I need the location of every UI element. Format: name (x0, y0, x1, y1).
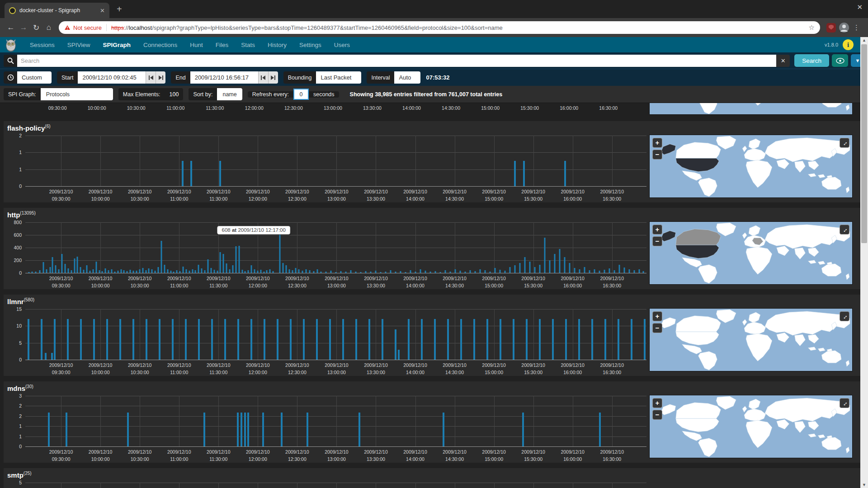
histogram-bar[interactable] (434, 271, 436, 273)
histogram-bar[interactable] (421, 319, 423, 360)
histogram-bar[interactable] (554, 254, 555, 273)
histogram-bar[interactable] (425, 271, 426, 273)
histogram-bar[interactable] (266, 270, 268, 273)
histogram-bar[interactable] (295, 268, 296, 273)
histogram-bar[interactable] (71, 270, 72, 273)
histogram-bar[interactable] (51, 353, 53, 360)
nav-item-stats[interactable]: Stats (241, 42, 255, 48)
world-map[interactable] (650, 222, 852, 284)
partial-map[interactable] (649, 103, 853, 115)
histogram-bar[interactable] (198, 319, 200, 360)
histogram-bar[interactable] (400, 271, 401, 273)
histogram-bar[interactable] (368, 319, 370, 360)
scrollbar-thumb[interactable] (861, 44, 867, 243)
map-zoom-in-icon[interactable]: + (652, 398, 662, 408)
histogram-bar[interactable] (257, 271, 258, 273)
nav-item-spiview[interactable]: SPIView (67, 42, 90, 48)
histogram-bar[interactable] (189, 271, 190, 273)
histogram-bar[interactable] (213, 270, 215, 273)
histogram-bar[interactable] (35, 272, 37, 273)
histogram-bar[interactable] (248, 270, 249, 273)
histogram-bar[interactable] (173, 272, 175, 273)
histogram-bar[interactable] (133, 271, 134, 273)
histogram-bar[interactable] (80, 267, 81, 273)
histogram-bar[interactable] (114, 272, 115, 273)
histogram-bar[interactable] (67, 268, 69, 273)
map-zoom-out-icon[interactable]: − (652, 410, 662, 420)
histogram-bar[interactable] (145, 270, 146, 273)
histogram-bar[interactable] (229, 269, 231, 273)
histogram-bar[interactable] (198, 265, 199, 273)
nav-item-history[interactable]: History (268, 42, 287, 48)
histogram-bar[interactable] (594, 269, 595, 273)
histogram-bar[interactable] (48, 413, 50, 446)
histogram-bar[interactable] (380, 272, 381, 273)
moloch-owl-logo[interactable] (4, 38, 18, 52)
map-expand-icon[interactable]: ↔ (840, 398, 849, 408)
histogram-bar[interactable] (108, 270, 109, 273)
histogram-bar[interactable] (643, 271, 644, 273)
histogram-bar[interactable] (359, 413, 360, 446)
histogram-bar[interactable] (159, 319, 160, 360)
sort-by-select[interactable]: name (217, 88, 242, 100)
map-zoom-out-icon[interactable]: − (652, 236, 662, 246)
histogram-bar[interactable] (164, 265, 165, 273)
histogram-bar[interactable] (167, 269, 168, 273)
histogram-bar[interactable] (277, 319, 278, 360)
bookmark-star-icon[interactable]: ☆ (805, 23, 815, 32)
histogram-bar[interactable] (574, 268, 575, 273)
histogram-bar[interactable] (281, 413, 283, 446)
nav-item-files[interactable]: Files (216, 42, 229, 48)
histogram-bar[interactable] (67, 319, 69, 360)
histogram-bar[interactable] (330, 271, 332, 273)
histogram-bar[interactable] (290, 319, 292, 360)
histogram-bar[interactable] (286, 265, 287, 273)
map-zoom-in-icon[interactable]: + (652, 225, 662, 235)
map-zoom-out-icon[interactable]: − (652, 150, 662, 160)
histogram-bar[interactable] (42, 262, 44, 273)
histogram-bar[interactable] (127, 413, 129, 446)
histogram-bar[interactable] (279, 235, 281, 273)
histogram-bar[interactable] (633, 270, 635, 273)
map-zoom-out-icon[interactable]: − (652, 323, 662, 333)
histogram-bar[interactable] (46, 269, 47, 273)
histogram-bar[interactable] (410, 270, 411, 273)
histogram-bar[interactable] (395, 272, 396, 273)
histogram-bar[interactable] (237, 413, 239, 446)
histogram-bar[interactable] (434, 319, 436, 360)
map-panel[interactable]: + − ↔ (649, 135, 853, 198)
nav-item-settings[interactable]: Settings (299, 42, 321, 48)
histogram-bar[interactable] (106, 319, 108, 360)
histogram-bar[interactable] (92, 269, 94, 273)
histogram-bar[interactable] (247, 413, 249, 446)
histogram-bar[interactable] (313, 271, 314, 273)
browser-tab[interactable]: docker-cluster - Spigraph ✕ (5, 3, 109, 18)
histogram-bar[interactable] (473, 319, 475, 360)
histogram-bar[interactable] (631, 319, 632, 360)
histogram-bar[interactable] (32, 272, 33, 273)
histogram-bar[interactable] (132, 319, 134, 360)
histogram-bar[interactable] (303, 319, 305, 360)
extension-icon[interactable] (826, 23, 836, 33)
histogram-bar[interactable] (500, 319, 501, 360)
step-back-icon[interactable] (146, 71, 156, 84)
nav-item-users[interactable]: Users (334, 42, 350, 48)
histogram-bar[interactable] (105, 268, 106, 273)
histogram-bar[interactable] (210, 268, 212, 273)
histogram-bar[interactable] (644, 319, 646, 360)
histogram-bar[interactable] (89, 271, 90, 273)
histogram-bar[interactable] (309, 270, 311, 273)
map-expand-icon[interactable]: ↔ (840, 311, 849, 321)
histogram-bar[interactable] (64, 264, 66, 273)
histogram-bar[interactable] (439, 272, 441, 273)
histogram-bar[interactable] (160, 241, 162, 273)
histogram-bar[interactable] (382, 319, 383, 360)
histogram-bar[interactable] (474, 271, 476, 273)
histogram-bar[interactable] (613, 270, 615, 273)
histogram-bar[interactable] (584, 267, 585, 273)
histogram-bar[interactable] (484, 270, 486, 273)
histogram-bar[interactable] (579, 269, 580, 273)
histogram-bar[interactable] (260, 270, 261, 273)
histogram-bar[interactable] (628, 269, 630, 273)
histogram-bar[interactable] (204, 270, 206, 273)
